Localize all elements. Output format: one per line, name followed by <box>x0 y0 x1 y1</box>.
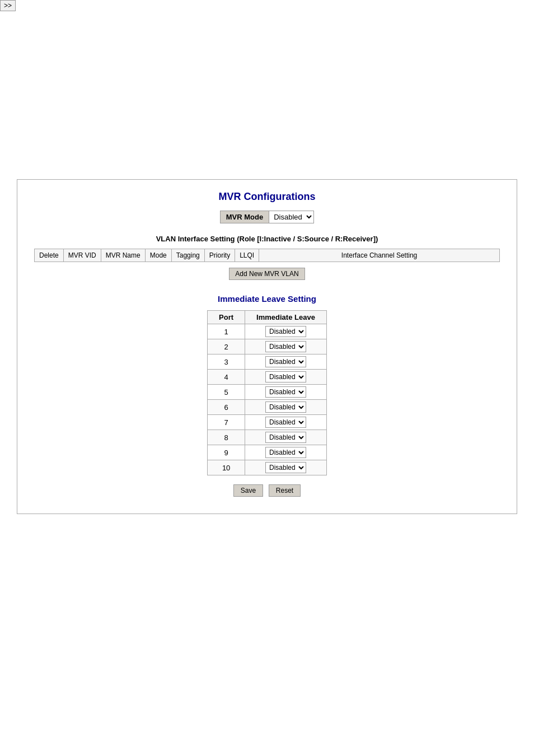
action-buttons: Save Reset <box>34 484 500 497</box>
immediate-leave-select-port-3[interactable]: DisabledEnabled <box>265 356 306 367</box>
il-col-immediate-leave-header: Immediate Leave <box>245 311 327 324</box>
col-llqi: LLQI <box>235 249 259 262</box>
il-col-port-header: Port <box>208 311 245 324</box>
port-number: 7 <box>208 415 245 430</box>
save-button[interactable]: Save <box>233 484 263 497</box>
col-delete: Delete <box>35 249 64 262</box>
col-interface-channel: Interface Channel Setting <box>259 249 499 262</box>
col-tagging: Tagging <box>172 249 205 262</box>
immediate-leave-select-port-6[interactable]: DisabledEnabled <box>265 402 306 413</box>
vlan-table-header: Delete MVR VID MVR Name Mode Tagging Pri… <box>34 249 500 262</box>
port-number: 3 <box>208 354 245 370</box>
immediate-leave-cell: DisabledEnabled <box>245 339 327 354</box>
add-vlan-row: Add New MVR VLAN <box>34 268 500 280</box>
page-title: MVR Configurations <box>34 191 500 203</box>
immediate-leave-select-port-7[interactable]: DisabledEnabled <box>265 417 306 428</box>
main-content: MVR Configurations MVR Mode Disabled Ena… <box>0 168 534 525</box>
reset-button[interactable]: Reset <box>269 484 301 497</box>
port-number: 4 <box>208 370 245 385</box>
immediate-leave-cell: DisabledEnabled <box>245 370 327 385</box>
immediate-leave-select-port-5[interactable]: DisabledEnabled <box>265 386 306 398</box>
immediate-leave-title: Immediate Leave Setting <box>34 294 500 304</box>
port-number: 9 <box>208 445 245 460</box>
port-number: 5 <box>208 385 245 400</box>
immediate-leave-select-port-1[interactable]: DisabledEnabled <box>265 326 306 337</box>
table-row: 1DisabledEnabled <box>208 324 327 339</box>
table-row: 6DisabledEnabled <box>208 400 327 415</box>
immediate-leave-cell: DisabledEnabled <box>245 354 327 370</box>
immediate-leave-select-port-8[interactable]: DisabledEnabled <box>265 432 306 443</box>
col-priority: Priority <box>205 249 235 262</box>
table-row: 7DisabledEnabled <box>208 415 327 430</box>
add-new-mvr-vlan-button[interactable]: Add New MVR VLAN <box>229 268 305 280</box>
mvr-mode-select[interactable]: Disabled Enabled <box>269 211 314 223</box>
immediate-leave-cell: DisabledEnabled <box>245 385 327 400</box>
top-nav: >> <box>0 0 534 11</box>
immediate-leave-select-port-2[interactable]: DisabledEnabled <box>265 341 306 352</box>
table-row: 3DisabledEnabled <box>208 354 327 370</box>
port-number: 10 <box>208 460 245 475</box>
port-number: 8 <box>208 430 245 445</box>
immediate-leave-cell: DisabledEnabled <box>245 400 327 415</box>
table-row: 5DisabledEnabled <box>208 385 327 400</box>
immediate-leave-cell: DisabledEnabled <box>245 415 327 430</box>
immediate-leave-select-port-9[interactable]: DisabledEnabled <box>265 447 306 458</box>
immediate-leave-cell: DisabledEnabled <box>245 445 327 460</box>
immediate-leave-select-port-4[interactable]: DisabledEnabled <box>265 371 306 382</box>
config-box: MVR Configurations MVR Mode Disabled Ena… <box>17 179 517 514</box>
table-row: 9DisabledEnabled <box>208 445 327 460</box>
table-row: 10DisabledEnabled <box>208 460 327 475</box>
immediate-leave-table: Port Immediate Leave 1DisabledEnabled2Di… <box>207 310 327 475</box>
table-row: 8DisabledEnabled <box>208 430 327 445</box>
mvr-mode-label: MVR Mode <box>220 211 269 223</box>
immediate-leave-cell: DisabledEnabled <box>245 460 327 475</box>
col-mode: Mode <box>146 249 172 262</box>
mvr-mode-row: MVR Mode Disabled Enabled <box>34 211 500 223</box>
col-mvr-vid: MVR VID <box>64 249 101 262</box>
col-mvr-name: MVR Name <box>101 249 146 262</box>
port-number: 1 <box>208 324 245 339</box>
immediate-leave-cell: DisabledEnabled <box>245 324 327 339</box>
table-row: 4DisabledEnabled <box>208 370 327 385</box>
port-number: 2 <box>208 339 245 354</box>
port-number: 6 <box>208 400 245 415</box>
immediate-leave-select-port-10[interactable]: DisabledEnabled <box>265 462 306 473</box>
expand-nav-button[interactable]: >> <box>0 0 16 11</box>
vlan-subtitle: VLAN Interface Setting (Role [I:Inactive… <box>34 235 500 243</box>
immediate-leave-cell: DisabledEnabled <box>245 430 327 445</box>
table-row: 2DisabledEnabled <box>208 339 327 354</box>
